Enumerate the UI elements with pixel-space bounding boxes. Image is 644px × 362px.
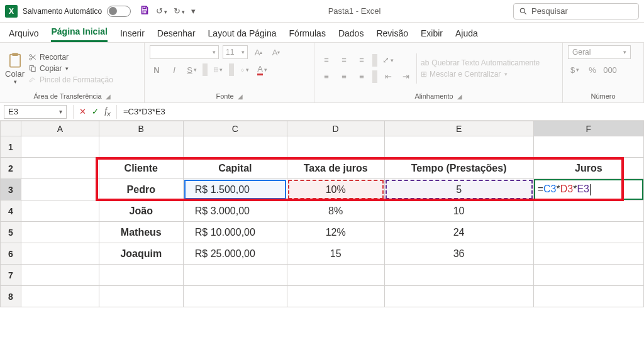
cell-F5[interactable] [533, 222, 643, 243]
tab-pagina-inicial[interactable]: Página Inicial [51, 23, 107, 42]
header-juros[interactable]: Juros [533, 158, 643, 179]
tab-desenhar[interactable]: Desenhar [157, 25, 196, 42]
cell-B4[interactable]: João [99, 200, 183, 222]
format-painter-button[interactable]: Pincel de Formatação [28, 75, 113, 84]
tab-dados[interactable]: Dados [338, 25, 364, 42]
decrease-indent[interactable]: ⇤ [381, 70, 395, 84]
number-format-selector[interactable]: Geral▾ [568, 45, 631, 59]
accept-formula-button[interactable]: ✓ [89, 107, 101, 116]
header-capital[interactable]: Capital [183, 158, 287, 179]
formula-input[interactable]: =C3*D3*E3 [119, 107, 644, 116]
align-left[interactable]: ≡ [319, 70, 333, 84]
tab-layout[interactable]: Layout da Página [208, 25, 277, 42]
align-top[interactable]: ≡ [319, 53, 333, 67]
row-2: 2 Cliente Capital Taxa de juros Tempo (P… [1, 158, 644, 179]
cell-F3-editing[interactable]: =C3*D3*E3 [533, 179, 643, 200]
cell-C5[interactable]: R$ 10.000,00 [183, 222, 287, 243]
cell-D6[interactable]: 15 [287, 243, 384, 265]
tab-inserir[interactable]: Inserir [120, 25, 145, 42]
fill-color-button[interactable]: ▾ [238, 63, 252, 77]
qat-customize[interactable]: ▾ [191, 6, 196, 16]
search-placeholder: Pesquisar [531, 6, 568, 16]
select-all-corner[interactable] [1, 121, 21, 136]
header-taxa[interactable]: Taxa de juros [287, 158, 384, 179]
alignment-dialog-launcher[interactable]: ◢ [457, 93, 462, 100]
format-painter-label: Pincel de Formatação [40, 75, 113, 84]
borders-button[interactable]: ▾ [211, 63, 225, 77]
cell-F4[interactable] [533, 200, 643, 222]
name-box[interactable]: E3 ▾ [4, 105, 67, 119]
row-header-5[interactable]: 5 [1, 222, 21, 243]
align-center[interactable]: ≡ [337, 70, 351, 84]
worksheet-grid[interactable]: A B C D E F 1 2 Cliente Capital Taxa de … [0, 121, 644, 307]
font-size-selector[interactable]: 11▾ [223, 45, 248, 59]
col-header-D[interactable]: D [287, 121, 384, 136]
align-right[interactable]: ≡ [355, 70, 369, 84]
accounting-format[interactable]: $▾ [568, 63, 582, 77]
col-header-C[interactable]: C [183, 121, 287, 136]
paste-button[interactable]: Colar ▾ [5, 52, 25, 85]
percent-format[interactable]: % [586, 63, 599, 77]
italic-button[interactable]: I [167, 63, 181, 77]
col-header-B[interactable]: B [99, 121, 183, 136]
orientation-button[interactable]: ⤢▾ [381, 53, 395, 67]
cell-C6[interactable]: R$ 25.000,00 [183, 243, 287, 265]
merge-center-button[interactable]: ⊞ Mesclar e Centralizar▾ [421, 70, 540, 79]
row-header-3[interactable]: 3 [1, 179, 21, 200]
row-header-2[interactable]: 2 [1, 158, 21, 179]
tab-exibir[interactable]: Exibir [421, 25, 443, 42]
cell-F6[interactable] [533, 243, 643, 265]
paste-label: Colar [5, 69, 25, 79]
clipboard-dialog-launcher[interactable]: ◢ [106, 93, 111, 100]
tab-arquivo[interactable]: Arquivo [9, 25, 38, 42]
increase-indent[interactable]: ⇥ [399, 70, 413, 84]
header-tempo[interactable]: Tempo (Prestações) [384, 158, 533, 179]
col-header-A[interactable]: A [21, 121, 99, 136]
cancel-formula-button[interactable]: ✕ [76, 107, 89, 116]
cell-C4[interactable]: R$ 3.000,00 [183, 200, 287, 222]
wrap-text-button[interactable]: ab Quebrar Texto Automaticamente [421, 58, 540, 67]
col-header-F[interactable]: F [533, 121, 643, 136]
row-8: 8 [1, 286, 644, 307]
font-color-button[interactable]: A▾ [255, 63, 269, 77]
decrease-font-size[interactable]: A▾ [269, 45, 283, 59]
row-header-1[interactable]: 1 [1, 136, 21, 158]
align-bottom[interactable]: ≡ [355, 53, 369, 67]
save-icon[interactable] [140, 5, 150, 17]
tab-revisao[interactable]: Revisão [376, 25, 408, 42]
increase-font-size[interactable]: A▴ [252, 45, 265, 59]
row-header-6[interactable]: 6 [1, 243, 21, 265]
redo-button[interactable]: ↻▾ [174, 6, 185, 16]
tab-ajuda[interactable]: Ajuda [455, 25, 478, 42]
row-header-7[interactable]: 7 [1, 265, 21, 286]
cell-D3[interactable]: 10% [287, 179, 384, 200]
align-middle[interactable]: ≡ [337, 53, 351, 67]
col-header-E[interactable]: E [384, 121, 533, 136]
header-cliente[interactable]: Cliente [99, 158, 183, 179]
bold-button[interactable]: N [150, 63, 164, 77]
cell-D4[interactable]: 8% [287, 200, 384, 222]
insert-function-button[interactable]: fx [101, 106, 114, 118]
cell-E6[interactable]: 36 [384, 243, 533, 265]
row-header-4[interactable]: 4 [1, 200, 21, 222]
font-name-selector[interactable]: ▾ [150, 45, 219, 59]
cell-C3[interactable]: R$ 1.500,00 [183, 179, 287, 200]
cell-B3[interactable]: Pedro [99, 179, 183, 200]
row-header-8[interactable]: 8 [1, 286, 21, 307]
cell-D5[interactable]: 12% [287, 222, 384, 243]
cut-button[interactable]: Recortar [28, 53, 113, 62]
comma-format[interactable]: 000 [603, 63, 617, 77]
search-box[interactable]: Pesquisar [513, 3, 639, 19]
underline-button[interactable]: S▾ [185, 63, 199, 77]
tab-formulas[interactable]: Fórmulas [289, 25, 326, 42]
autosave-toggle[interactable] [107, 6, 131, 17]
copy-button[interactable]: Copiar▾ [28, 64, 113, 73]
cell-B6[interactable]: Joaquim [99, 243, 183, 265]
cell-E3[interactable]: 5 [384, 179, 533, 200]
row-6: 6 Joaquim R$ 25.000,00 15 36 [1, 243, 644, 265]
cell-B5[interactable]: Matheus [99, 222, 183, 243]
cell-E5[interactable]: 24 [384, 222, 533, 243]
undo-button[interactable]: ↺▾ [156, 6, 167, 16]
cell-E4[interactable]: 10 [384, 200, 533, 222]
font-dialog-launcher[interactable]: ◢ [238, 93, 243, 100]
